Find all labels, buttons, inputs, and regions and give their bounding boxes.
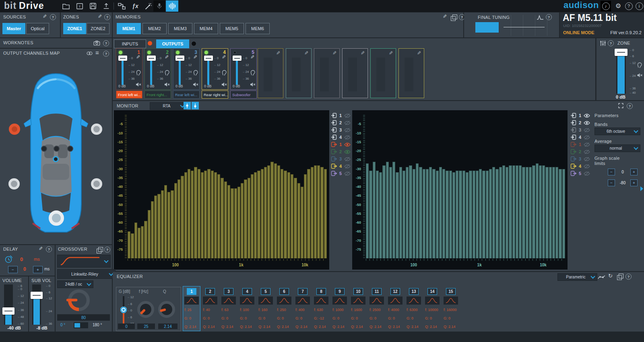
listen-ear-button[interactable] (192, 70, 199, 76)
eq-band-number-button[interactable]: 7 (298, 288, 308, 295)
speaker-rear-right[interactable] (91, 178, 102, 190)
help-icon[interactable]: ? (103, 51, 109, 57)
volume-fader-handle[interactable] (2, 307, 14, 315)
eq-band-number-button[interactable]: 4 (242, 288, 252, 295)
source-optical-button[interactable]: Optical (26, 23, 49, 34)
eq-band-shape-button[interactable] (425, 297, 440, 305)
increment-button[interactable]: + (630, 169, 638, 175)
help-icon[interactable]: ? (50, 14, 56, 20)
listen-ear-button[interactable] (221, 70, 227, 76)
eq-band-number-button[interactable]: 10 (353, 288, 363, 295)
eq-band-shape-button[interactable] (351, 297, 365, 305)
monitor-input-4[interactable]: 4 (570, 134, 590, 140)
monitor-input-1[interactable]: 1 (331, 112, 351, 119)
gain-value[interactable]: 0 (118, 323, 135, 329)
eq-draw-icon[interactable] (598, 274, 606, 280)
empty-channel-slot[interactable]: ✎ (342, 48, 368, 98)
listen-ear-button[interactable] (135, 70, 142, 76)
subvol-fader-handle[interactable] (31, 292, 43, 299)
eq-band-shape-button[interactable] (258, 297, 273, 305)
pencil-icon[interactable]: ✎ (359, 50, 366, 56)
function-button[interactable]: ƒx (130, 2, 140, 10)
channel-strip-1[interactable]: 101224360 dB✎ (116, 48, 142, 90)
tuner-button[interactable]: ♪ (601, 1, 611, 11)
memory-button-mem6[interactable]: MEM6 (246, 23, 270, 34)
channel-fader-track[interactable] (236, 61, 238, 85)
eq-band-number-button[interactable]: 5 (261, 288, 270, 295)
monitor-output-1[interactable]: 1 (331, 141, 351, 148)
eq-band-shape-button[interactable] (277, 297, 291, 305)
eq-band-14[interactable]: 14f: 10000G: 0Q: 2.14 (424, 286, 441, 331)
mute-icon[interactable] (637, 73, 643, 78)
empty-channel-slot[interactable]: ✎ (314, 48, 340, 98)
crossover-freq-value[interactable]: 80 (57, 314, 110, 321)
tab-outputs[interactable]: OUTPUTS (156, 39, 189, 48)
routing-button[interactable] (117, 2, 126, 10)
speaker-front-right[interactable] (91, 124, 102, 135)
link-icon[interactable] (86, 51, 93, 56)
export-button[interactable] (101, 2, 111, 10)
eq-band-number-button[interactable]: 11 (372, 288, 382, 295)
delay-decrement-button[interactable]: − (8, 266, 18, 273)
monitor-output-5[interactable]: 5 (331, 170, 351, 177)
eq-band-12[interactable]: 12f: 4000G: 0Q: 2.14 (387, 286, 404, 331)
pencil-icon[interactable]: ✎ (221, 54, 227, 60)
eq-band-5[interactable]: 5f: 160G: 0Q: 2.14 (257, 286, 274, 331)
listening-position-marker[interactable] (53, 156, 59, 162)
zone1-button[interactable]: ZONE1 (63, 23, 86, 34)
eq-band-8[interactable]: 8f: 630G: -12Q: 2.14 (313, 286, 330, 331)
decrement-button[interactable]: − (608, 169, 615, 175)
monitor-output-4[interactable]: 4 (570, 163, 590, 169)
eq-band-shape-button[interactable] (221, 297, 236, 305)
eq-band-shape-button[interactable] (184, 297, 199, 305)
empty-channel-slot[interactable]: ✎ (286, 48, 312, 98)
eq-band-number-button[interactable]: 1 (187, 288, 196, 295)
copy-icon[interactable] (617, 275, 622, 280)
q-value[interactable]: 2.14 (158, 323, 178, 329)
channel-fader-track[interactable] (122, 61, 124, 85)
eq-reset-icon[interactable]: ↻ (608, 273, 613, 279)
eq-band-shape-button[interactable] (444, 297, 458, 305)
empty-channel-slot[interactable]: ✎ (258, 48, 283, 98)
pencil-icon[interactable]: ✎ (249, 54, 256, 60)
eq-band-3[interactable]: 3f: 63G: 0Q: 2.14 (220, 286, 237, 331)
monitor-input-2[interactable]: 2 (331, 119, 351, 126)
eq-band-number-button[interactable]: 8 (316, 288, 326, 295)
channel-label[interactable]: Subwoofer (230, 91, 257, 99)
gain-slider-handle[interactable] (120, 307, 127, 313)
monitor-output-5[interactable]: 5 (570, 170, 590, 177)
list-icon[interactable]: ≡ (95, 50, 99, 55)
monitor-input-1[interactable]: 1 (570, 112, 590, 119)
copy-icon[interactable] (451, 16, 456, 21)
freq-value[interactable]: 25 (137, 323, 155, 329)
bands-dropdown[interactable]: 6th octave (594, 128, 640, 135)
help-icon[interactable]: ? (104, 247, 110, 253)
save-button[interactable] (88, 2, 98, 10)
eq-band-11[interactable]: 11f: 2500G: 0Q: 2.14 (368, 286, 385, 331)
channel-strip-4[interactable]: 401224360 dB✎ (202, 48, 228, 90)
eq-band-shape-button[interactable] (407, 297, 421, 305)
help-icon[interactable]: ? (46, 246, 52, 252)
monitor-input-4[interactable]: 4 (331, 134, 351, 140)
eq-band-number-button[interactable]: 13 (409, 288, 419, 295)
eq-band-10[interactable]: 10f: 1600G: 0Q: 2.14 (350, 286, 367, 331)
eq-band-number-button[interactable]: 12 (390, 288, 400, 295)
eq-band-13[interactable]: 13f: 6300G: 0Q: 2.14 (405, 286, 422, 331)
mute-button[interactable] (164, 82, 170, 87)
expand-panel-arrow[interactable] (640, 186, 643, 191)
channel-label[interactable]: Rear left wi... (173, 91, 200, 99)
channel-strip-5[interactable]: 501224360 dB✎ (230, 48, 257, 90)
monitor-fader-toggle-2[interactable] (192, 102, 199, 109)
eq-band-shape-button[interactable] (332, 297, 347, 305)
crossover-frequency-knob[interactable] (64, 288, 93, 314)
pencil-icon[interactable]: ✎ (388, 50, 394, 56)
eq-mode-dropdown[interactable]: Parametric (557, 273, 597, 281)
tab-inputs[interactable]: INPUTS (114, 39, 146, 48)
info-button[interactable]: i (634, 2, 644, 10)
camera-icon[interactable] (93, 40, 100, 46)
inputs-indicator[interactable] (148, 41, 152, 45)
dash-speaker-center[interactable] (54, 146, 60, 152)
mute-button[interactable] (221, 82, 227, 87)
delay-increment-button[interactable]: + (33, 266, 43, 273)
pencil-icon[interactable]: ✎ (163, 54, 170, 60)
